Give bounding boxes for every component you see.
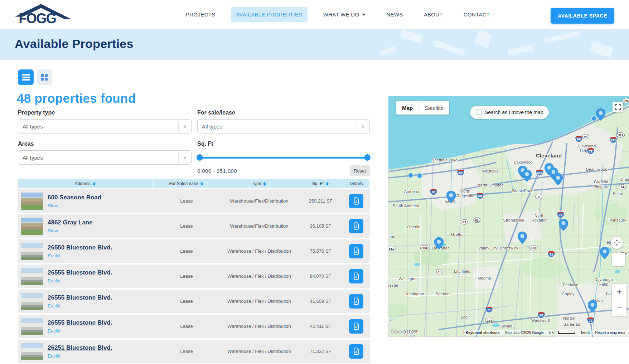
property-map-dot[interactable] <box>591 116 597 121</box>
property-thumbnail[interactable] <box>21 318 43 335</box>
property-city-link[interactable]: Stow <box>48 228 93 233</box>
property-thumbnail[interactable] <box>21 343 43 360</box>
property-thumbnail[interactable] <box>21 293 43 310</box>
route-shield-303: 303 <box>420 245 428 251</box>
banner-decoration <box>590 41 613 58</box>
grid-view-button[interactable] <box>37 69 52 85</box>
property-map-pin[interactable] <box>446 191 456 203</box>
search-as-move-label: Search as I move the map <box>485 110 543 115</box>
property-address-link[interactable]: 26550 Bluestone Blvd. <box>48 244 112 251</box>
zoom-in-button[interactable]: + <box>612 284 626 300</box>
property-city-link[interactable]: Euclid <box>48 303 112 309</box>
nav-item-about[interactable]: ABOUT <box>419 7 448 22</box>
details-pdf-button[interactable] <box>349 269 363 283</box>
property-map-dot[interactable] <box>417 173 422 179</box>
filter-property-type: Property type All types ∨ <box>18 110 192 134</box>
sort-icon[interactable] <box>93 182 96 186</box>
column-header-sq-ft[interactable]: Sq. Ft <box>298 179 343 188</box>
property-map-pin[interactable] <box>522 170 532 182</box>
slider-handle-min[interactable] <box>197 154 203 161</box>
property-city-link[interactable]: Euclid <box>48 278 112 283</box>
route-shield-224: 224 <box>485 318 493 323</box>
property-city-link[interactable]: Euclid <box>48 253 112 258</box>
property-map-pin[interactable] <box>588 300 597 312</box>
search-as-move-checkbox[interactable] <box>476 110 482 115</box>
sqft-slider[interactable] <box>197 150 370 165</box>
reset-button[interactable]: Reset <box>350 165 370 176</box>
available-space-button[interactable]: AVAILABLE SPACE <box>551 8 614 24</box>
nav-item-contact[interactable]: CONTACT <box>459 7 495 22</box>
property-address-link[interactable]: 26555 Bluestone Blvd. <box>48 319 112 326</box>
chevron-down-icon: ∨ <box>178 153 191 162</box>
property-map-dot[interactable] <box>408 173 413 178</box>
property-map-pin[interactable] <box>553 173 563 185</box>
report-map-error-link[interactable]: Report a map error <box>595 331 625 335</box>
details-pdf-button[interactable] <box>349 219 363 233</box>
property-address-link[interactable]: 4862 Gray Lane <box>48 219 93 226</box>
column-header-for-sale-lease[interactable]: For Sale/Lease <box>153 179 219 188</box>
sale-lease-select[interactable]: All types ∨ <box>197 119 370 134</box>
chevron-down-icon: ∨ <box>357 122 369 131</box>
property-map-pin[interactable] <box>600 247 609 259</box>
property-map-pin[interactable] <box>434 237 444 249</box>
areas-select[interactable]: All types ∨ <box>18 150 192 165</box>
sqft-cell: 250,211 SF <box>298 198 343 204</box>
google-map[interactable]: ClevelandCleveland HeightsLakewoodWestla… <box>388 96 629 337</box>
nav-item-what-we-do[interactable]: WHAT WE DO <box>318 7 371 22</box>
type-cell: Warehouse/Flex/Distribution <box>220 223 298 229</box>
property-address-link[interactable]: 26251 Bluestone Blvd. <box>48 344 112 351</box>
map-city-label: Beachwood <box>586 167 607 172</box>
property-city-link[interactable]: Euclid <box>48 328 112 334</box>
property-thumbnail[interactable] <box>21 193 43 210</box>
address-cell: 26550 Bluestone Blvd. Euclid <box>18 243 153 260</box>
property-type-select[interactable]: All types ∨ <box>18 119 192 134</box>
property-address-link[interactable]: 600 Seasons Road <box>48 194 101 201</box>
banner-decoration <box>474 30 492 48</box>
table-row: 26251 Bluestone Blvd. Euclid Lease Wareh… <box>18 340 370 363</box>
keyboard-shortcuts-link[interactable]: Keyboard shortcuts <box>466 331 499 335</box>
details-pdf-button[interactable] <box>349 244 363 258</box>
details-pdf-button[interactable] <box>349 319 363 334</box>
details-pdf-button[interactable] <box>349 294 363 309</box>
fogg-logo[interactable]: FOGG <box>15 3 72 27</box>
nav-item-projects[interactable]: PROJECTS <box>181 7 220 22</box>
column-header-type[interactable]: Type <box>220 179 298 188</box>
property-thumbnail[interactable] <box>21 218 43 235</box>
terms-link[interactable]: Terms <box>580 331 590 335</box>
slider-handle-max[interactable] <box>364 154 371 161</box>
property-thumbnail[interactable] <box>21 268 43 285</box>
google-logo[interactable]: Google <box>391 328 413 335</box>
property-city-link[interactable]: Euclid <box>48 353 112 359</box>
street-view-control[interactable] <box>612 253 625 266</box>
slider-track[interactable] <box>197 157 370 159</box>
sort-icon[interactable] <box>263 182 266 186</box>
sort-icon[interactable] <box>200 182 203 186</box>
property-map-pin[interactable] <box>596 108 605 121</box>
map-city-label: Wadsworth <box>531 318 551 323</box>
satellite-mode-button[interactable]: Satellite <box>418 101 449 115</box>
property-city-link[interactable]: Stow <box>48 203 101 208</box>
column-header-address[interactable]: Address <box>18 179 152 188</box>
property-address-link[interactable]: 26555 Bluestone Blvd. <box>48 269 112 276</box>
property-map-pin[interactable] <box>518 232 527 244</box>
map-mode-button[interactable]: Map <box>396 101 418 115</box>
search-as-move-control[interactable]: Search as I move the map <box>470 106 549 119</box>
zoom-out-button[interactable]: − <box>612 300 626 316</box>
nav-item-available-properties[interactable]: AVAILABLE PROPERTIES <box>231 7 307 22</box>
details-pdf-button[interactable] <box>349 194 363 208</box>
property-thumbnail[interactable] <box>21 243 43 260</box>
fullscreen-button[interactable] <box>613 102 623 112</box>
details-pdf-button[interactable] <box>349 344 363 359</box>
list-view-button[interactable] <box>18 69 34 85</box>
pan-control[interactable] <box>611 237 623 249</box>
table-row: 4862 Gray Lane Stow Lease Warehouse/Flex… <box>18 214 370 238</box>
map-city-label: Spencer <box>436 292 451 296</box>
property-address-link[interactable]: 26555 Bluestone Blvd. <box>48 294 112 301</box>
route-shield-18: 18 <box>436 269 443 275</box>
sqft-cell: 71,337 SF <box>298 349 343 354</box>
property-map-pin[interactable] <box>559 219 568 231</box>
route-shield-322: 322 <box>616 132 625 138</box>
sort-icon[interactable] <box>326 182 329 186</box>
nav-item-news[interactable]: NEWS <box>381 7 408 22</box>
map-city-label: South Amherst <box>393 204 420 208</box>
